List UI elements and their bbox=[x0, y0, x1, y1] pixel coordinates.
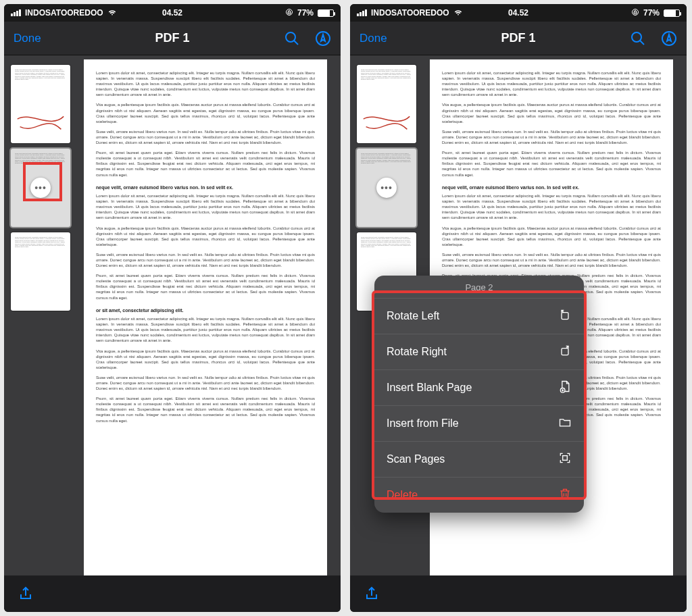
carrier-label: INDOSATOOREDOO bbox=[371, 8, 449, 18]
carrier-label: INDOSATOOREDOO bbox=[25, 8, 103, 18]
menu-rotate-right[interactable]: Rotate Right bbox=[374, 334, 584, 369]
thumbnail-page-2[interactable]: Lorem ipsum dolor sit amet, consectetur … bbox=[357, 149, 416, 227]
menu-label: Scan Pages bbox=[387, 453, 445, 465]
annotation-scribble bbox=[15, 108, 66, 135]
wifi-icon bbox=[453, 7, 463, 19]
menu-label: Rotate Left bbox=[387, 310, 439, 322]
document-area[interactable]: Lorem ipsum dolor sit amet, consectetur … bbox=[4, 55, 341, 575]
bottom-toolbar bbox=[4, 575, 341, 612]
phone-screenshot-left: INDOSATOOREDOO 04.52 77% Done PDF 1 bbox=[4, 4, 341, 612]
trash-icon bbox=[558, 487, 572, 503]
battery-icon bbox=[664, 9, 680, 17]
thumbnail-more-button[interactable]: ••• bbox=[376, 178, 397, 198]
bottom-toolbar bbox=[350, 575, 687, 612]
thumbnail-page-3[interactable]: Lorem ipsum dolor sit amet, consectetur … bbox=[11, 232, 70, 311]
popup-header: Page 2 bbox=[374, 276, 584, 298]
document-area[interactable]: Lorem ipsum dolor sit amet, consectetur … bbox=[350, 55, 687, 575]
nav-bar: Done PDF 1 bbox=[4, 22, 341, 55]
nav-bar: Done PDF 1 bbox=[350, 22, 687, 55]
markup-pen-icon[interactable] bbox=[661, 30, 677, 47]
doc-heading2: or sit amet, consectetur adipiscing elit… bbox=[96, 307, 315, 313]
svg-rect-7 bbox=[562, 349, 568, 355]
thumbnail-page-1[interactable]: Lorem ipsum dolor sit amet, consectetur … bbox=[357, 65, 416, 143]
clock: 04.52 bbox=[508, 8, 528, 18]
orientation-lock-icon bbox=[285, 8, 293, 18]
menu-label: Rotate Right bbox=[387, 346, 447, 358]
markup-pen-icon[interactable] bbox=[315, 30, 331, 47]
menu-scan-pages[interactable]: Scan Pages bbox=[374, 441, 584, 477]
share-icon[interactable] bbox=[364, 586, 380, 602]
page-title: PDF 1 bbox=[501, 31, 535, 45]
svg-point-1 bbox=[286, 32, 295, 42]
signal-icon bbox=[357, 9, 367, 16]
search-icon[interactable] bbox=[630, 30, 646, 47]
folder-icon bbox=[558, 415, 572, 432]
svg-rect-9 bbox=[563, 456, 568, 461]
scan-icon bbox=[558, 451, 572, 467]
svg-rect-6 bbox=[562, 313, 568, 319]
menu-label: Delete bbox=[387, 489, 418, 501]
share-icon[interactable] bbox=[18, 586, 34, 602]
menu-rotate-left[interactable]: Rotate Left bbox=[374, 298, 584, 334]
menu-delete[interactable]: Delete bbox=[374, 477, 584, 513]
rotate-left-icon bbox=[558, 308, 572, 324]
menu-insert-from-file[interactable]: Insert from File bbox=[374, 405, 584, 441]
thumbnail-strip: Lorem ipsum dolor sit amet, consectetur … bbox=[11, 65, 70, 311]
thumbnail-more-button[interactable]: ••• bbox=[30, 178, 51, 198]
page-title: PDF 1 bbox=[155, 31, 189, 45]
phone-screenshot-right: INDOSATOOREDOO 04.52 77% Done PDF 1 bbox=[350, 4, 687, 612]
svg-point-4 bbox=[632, 32, 641, 42]
doc-heading: neque velit, ornare euismod libero variu… bbox=[96, 184, 315, 190]
wifi-icon bbox=[107, 7, 117, 19]
orientation-lock-icon bbox=[631, 8, 639, 18]
done-button[interactable]: Done bbox=[360, 32, 387, 45]
clock: 04.52 bbox=[162, 8, 182, 18]
menu-label: Insert Blank Page bbox=[387, 382, 472, 394]
done-button[interactable]: Done bbox=[14, 32, 41, 45]
document-page: Lorem ipsum dolor sit amet, consectetur … bbox=[84, 59, 327, 575]
rotate-right-icon bbox=[558, 344, 572, 360]
menu-label: Insert from File bbox=[387, 417, 459, 430]
battery-pct: 77% bbox=[643, 8, 660, 18]
battery-pct: 77% bbox=[297, 8, 314, 18]
page-context-menu: Page 2 Rotate Left Rotate Right Insert B… bbox=[374, 276, 584, 513]
add-page-icon bbox=[558, 380, 572, 396]
thumbnail-page-1[interactable]: Lorem ipsum dolor sit amet, consectetur … bbox=[11, 65, 70, 143]
signal-icon bbox=[11, 9, 21, 16]
search-icon[interactable] bbox=[284, 30, 300, 47]
battery-icon bbox=[318, 9, 334, 17]
status-bar: INDOSATOOREDOO 04.52 77% bbox=[4, 4, 341, 22]
menu-insert-blank-page[interactable]: Insert Blank Page bbox=[374, 369, 584, 405]
annotation-scribble bbox=[361, 108, 412, 135]
thumbnail-page-2[interactable]: Lorem ipsum dolor sit amet, consectetur … bbox=[11, 149, 70, 227]
status-bar: INDOSATOOREDOO 04.52 77% bbox=[350, 4, 687, 22]
thumbnail-strip: Lorem ipsum dolor sit amet, consectetur … bbox=[357, 65, 416, 311]
